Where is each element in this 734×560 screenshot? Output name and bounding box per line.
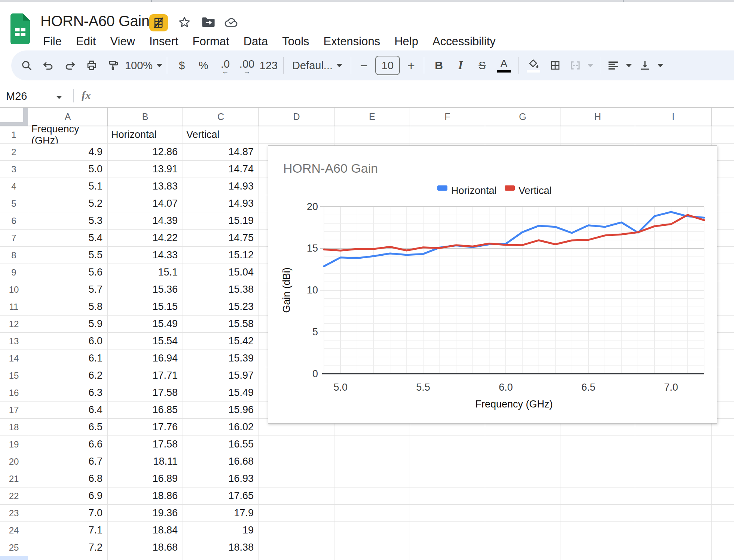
cell-G25[interactable] <box>485 539 560 556</box>
cell-C25[interactable]: 18.38 <box>183 539 259 556</box>
cell-E23[interactable] <box>334 505 410 522</box>
cell-A22[interactable]: 6.9 <box>28 487 108 505</box>
currency-format-button[interactable]: $ <box>171 54 193 77</box>
cell-I23[interactable] <box>635 505 712 522</box>
row-header-19[interactable]: 19 <box>0 436 28 453</box>
row-header-24[interactable]: 24 <box>0 522 28 539</box>
row-header-26[interactable] <box>0 556 28 560</box>
row-header-22[interactable]: 22 <box>0 487 28 505</box>
cell-B2[interactable]: 12.86 <box>108 144 183 161</box>
embedded-chart[interactable]: 051015205.05.56.06.57.0HORN-A60 GainHori… <box>268 145 717 424</box>
cell-C17[interactable]: 15.96 <box>183 401 259 419</box>
cell-I1[interactable] <box>635 126 712 144</box>
cell-I21[interactable] <box>635 470 712 487</box>
row-header-12[interactable]: 12 <box>0 316 28 333</box>
cell-C20[interactable]: 16.68 <box>183 453 259 470</box>
row-header-18[interactable]: 18 <box>0 419 28 436</box>
cell-J19[interactable] <box>712 436 734 453</box>
cell-B23[interactable]: 19.36 <box>108 505 183 522</box>
cell-J25[interactable] <box>712 539 734 556</box>
cell-C8[interactable]: 15.12 <box>183 247 259 264</box>
cell-F20[interactable] <box>410 453 485 470</box>
cell-C23[interactable]: 17.9 <box>183 505 259 522</box>
cell-D25[interactable] <box>259 539 334 556</box>
paint-format-button[interactable] <box>103 54 124 77</box>
cell-I25[interactable] <box>635 539 712 556</box>
cell-F1[interactable] <box>410 126 485 144</box>
cell-A21[interactable]: 6.8 <box>28 470 108 487</box>
number-format-button[interactable]: 123 <box>258 54 279 77</box>
increase-decimals-button[interactable]: .00 → <box>236 54 258 77</box>
cell-A5[interactable]: 5.2 <box>28 195 108 212</box>
cell-B15[interactable]: 17.71 <box>108 367 183 384</box>
row-header-21[interactable]: 21 <box>0 470 28 487</box>
column-header-D[interactable]: D <box>259 108 334 126</box>
cell-E21[interactable] <box>334 470 410 487</box>
cell-G24[interactable] <box>485 522 560 539</box>
cell-C24[interactable]: 19 <box>183 522 259 539</box>
menu-edit[interactable]: Edit <box>69 35 103 48</box>
cell-D23[interactable] <box>259 505 334 522</box>
cell-J23[interactable] <box>712 505 734 522</box>
cell-B22[interactable]: 18.86 <box>108 487 183 505</box>
cell-A16[interactable]: 6.3 <box>28 384 108 401</box>
cell-F21[interactable] <box>410 470 485 487</box>
cell-F24[interactable] <box>410 522 485 539</box>
star-icon[interactable] <box>177 16 192 29</box>
cell-G21[interactable] <box>485 470 560 487</box>
row-header-10[interactable]: 10 <box>0 281 28 298</box>
strikethrough-button[interactable]: S <box>471 54 493 77</box>
cell-I24[interactable] <box>635 522 712 539</box>
cell-C15[interactable]: 15.97 <box>183 367 259 384</box>
menu-file[interactable]: File <box>36 35 69 48</box>
cell-C21[interactable]: 16.93 <box>183 470 259 487</box>
row-header-9[interactable]: 9 <box>0 264 28 281</box>
cell-B5[interactable]: 14.07 <box>108 195 183 212</box>
cell-I26[interactable] <box>635 556 712 560</box>
cell-B12[interactable]: 15.49 <box>108 316 183 333</box>
cell-A25[interactable]: 7.2 <box>28 539 108 556</box>
menu-data[interactable]: Data <box>236 35 275 48</box>
redo-button[interactable] <box>59 54 81 77</box>
cell-B6[interactable]: 14.39 <box>108 212 183 230</box>
cell-A19[interactable]: 6.6 <box>28 436 108 453</box>
cell-C2[interactable]: 14.87 <box>183 144 259 161</box>
cell-A6[interactable]: 5.3 <box>28 212 108 230</box>
cell-G19[interactable] <box>485 436 560 453</box>
cell-H1[interactable] <box>560 126 635 144</box>
borders-button[interactable] <box>544 54 566 77</box>
row-header-5[interactable]: 5 <box>0 195 28 212</box>
undo-button[interactable] <box>37 54 59 77</box>
cell-A12[interactable]: 5.9 <box>28 316 108 333</box>
row-header-15[interactable]: 15 <box>0 367 28 384</box>
cell-B7[interactable]: 14.22 <box>108 230 183 247</box>
cell-A24[interactable]: 7.1 <box>28 522 108 539</box>
cell-C18[interactable]: 16.02 <box>183 419 259 436</box>
cell-B24[interactable]: 18.84 <box>108 522 183 539</box>
column-header-B[interactable]: B <box>108 108 183 126</box>
select-all-corner[interactable] <box>0 108 28 126</box>
cell-B25[interactable]: 18.68 <box>108 539 183 556</box>
row-header-7[interactable]: 7 <box>0 230 28 247</box>
decrease-decimals-button[interactable]: .0 ← <box>214 54 236 77</box>
cell-A2[interactable]: 4.9 <box>28 144 108 161</box>
cell-D26[interactable] <box>259 556 334 560</box>
menu-accessibility[interactable]: Accessibility <box>425 35 503 48</box>
cell-E20[interactable] <box>334 453 410 470</box>
cell-B8[interactable]: 14.33 <box>108 247 183 264</box>
cell-H19[interactable] <box>560 436 635 453</box>
cell-E25[interactable] <box>334 539 410 556</box>
cell-B13[interactable]: 15.54 <box>108 333 183 350</box>
cell-F26[interactable] <box>410 556 485 560</box>
cell-B18[interactable]: 17.76 <box>108 419 183 436</box>
menu-tools[interactable]: Tools <box>275 35 316 48</box>
cell-E1[interactable] <box>334 126 410 144</box>
cell-A9[interactable]: 5.6 <box>28 264 108 281</box>
row-header-13[interactable]: 13 <box>0 333 28 350</box>
column-header-E[interactable]: E <box>334 108 410 126</box>
cell-A14[interactable]: 6.1 <box>28 350 108 367</box>
cell-C1[interactable]: Vertical <box>183 126 259 144</box>
cell-C22[interactable]: 17.65 <box>183 487 259 505</box>
document-title[interactable]: HORN-A60 Gain <box>40 13 149 30</box>
menu-extensions[interactable]: Extensions <box>316 35 388 48</box>
